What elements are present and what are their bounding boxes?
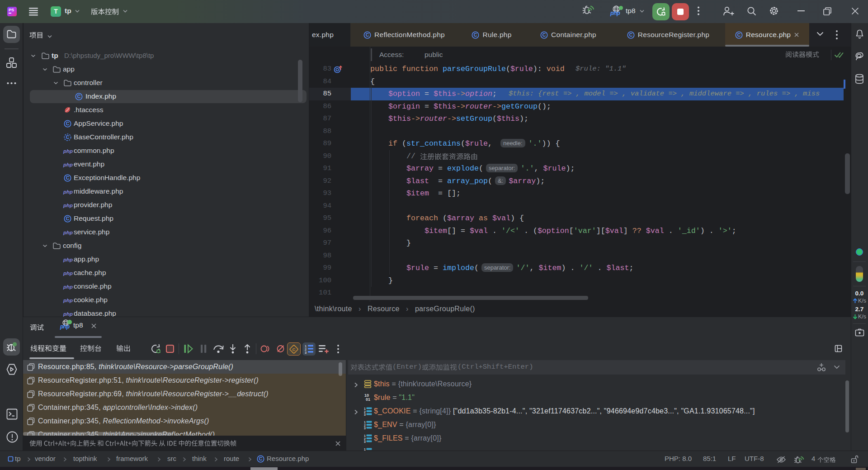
- svg-text:C: C: [66, 134, 70, 140]
- svg-text:3: 3: [364, 440, 366, 443]
- svg-text:C: C: [292, 347, 296, 352]
- svg-text:C: C: [77, 94, 81, 99]
- svg-text:3: 3: [305, 351, 307, 354]
- svg-text:C: C: [474, 32, 477, 38]
- svg-text:C: C: [737, 32, 741, 38]
- svg-text:C: C: [66, 216, 70, 221]
- svg-text:C: C: [629, 32, 633, 38]
- svg-text:C: C: [66, 121, 70, 126]
- svg-text:C: C: [366, 32, 369, 38]
- svg-text:C: C: [66, 175, 70, 180]
- svg-text:3: 3: [364, 427, 366, 429]
- svg-text:C: C: [259, 456, 263, 461]
- svg-text:C: C: [542, 32, 546, 38]
- svg-text:3: 3: [364, 413, 366, 416]
